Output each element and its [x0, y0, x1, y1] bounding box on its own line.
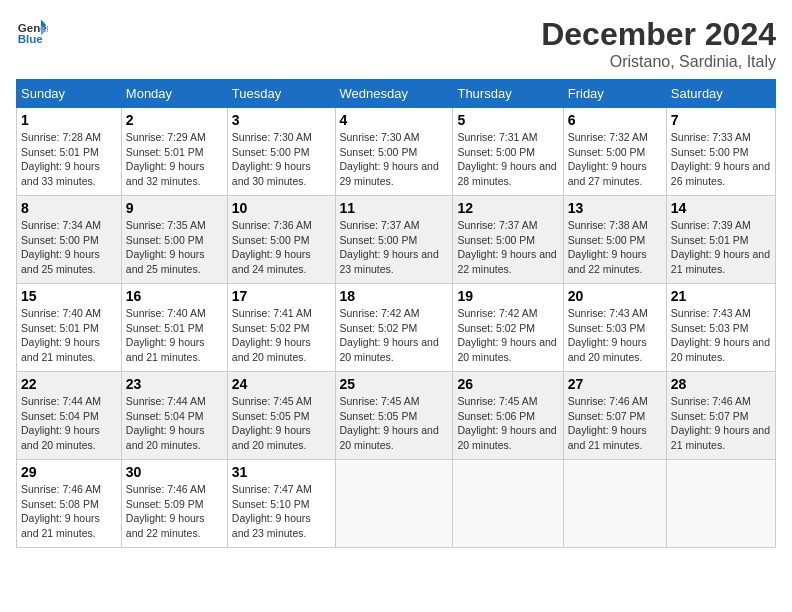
- day-number: 30: [126, 464, 223, 480]
- header-saturday: Saturday: [666, 80, 775, 108]
- table-row: 27 Sunrise: 7:46 AM Sunset: 5:07 PM Dayl…: [563, 372, 666, 460]
- main-title: December 2024: [541, 16, 776, 53]
- table-row: 19 Sunrise: 7:42 AM Sunset: 5:02 PM Dayl…: [453, 284, 563, 372]
- table-row: [335, 460, 453, 548]
- page-header: General Blue December 2024 Oristano, Sar…: [16, 16, 776, 71]
- day-info: Sunrise: 7:39 AM Sunset: 5:01 PM Dayligh…: [671, 218, 771, 277]
- day-info: Sunrise: 7:35 AM Sunset: 5:00 PM Dayligh…: [126, 218, 223, 277]
- day-number: 2: [126, 112, 223, 128]
- day-number: 18: [340, 288, 449, 304]
- table-row: 10 Sunrise: 7:36 AM Sunset: 5:00 PM Dayl…: [227, 196, 335, 284]
- table-row: 1 Sunrise: 7:28 AM Sunset: 5:01 PM Dayli…: [17, 108, 122, 196]
- day-info: Sunrise: 7:28 AM Sunset: 5:01 PM Dayligh…: [21, 130, 117, 189]
- subtitle: Oristano, Sardinia, Italy: [541, 53, 776, 71]
- day-info: Sunrise: 7:40 AM Sunset: 5:01 PM Dayligh…: [126, 306, 223, 365]
- table-row: 22 Sunrise: 7:44 AM Sunset: 5:04 PM Dayl…: [17, 372, 122, 460]
- header-sunday: Sunday: [17, 80, 122, 108]
- day-number: 15: [21, 288, 117, 304]
- day-info: Sunrise: 7:43 AM Sunset: 5:03 PM Dayligh…: [671, 306, 771, 365]
- day-info: Sunrise: 7:42 AM Sunset: 5:02 PM Dayligh…: [340, 306, 449, 365]
- day-info: Sunrise: 7:34 AM Sunset: 5:00 PM Dayligh…: [21, 218, 117, 277]
- table-row: 28 Sunrise: 7:46 AM Sunset: 5:07 PM Dayl…: [666, 372, 775, 460]
- day-number: 31: [232, 464, 331, 480]
- table-row: 26 Sunrise: 7:45 AM Sunset: 5:06 PM Dayl…: [453, 372, 563, 460]
- day-number: 8: [21, 200, 117, 216]
- table-row: 16 Sunrise: 7:40 AM Sunset: 5:01 PM Dayl…: [121, 284, 227, 372]
- day-number: 12: [457, 200, 558, 216]
- day-info: Sunrise: 7:37 AM Sunset: 5:00 PM Dayligh…: [340, 218, 449, 277]
- table-row: [563, 460, 666, 548]
- day-info: Sunrise: 7:32 AM Sunset: 5:00 PM Dayligh…: [568, 130, 662, 189]
- day-number: 3: [232, 112, 331, 128]
- day-number: 5: [457, 112, 558, 128]
- day-info: Sunrise: 7:38 AM Sunset: 5:00 PM Dayligh…: [568, 218, 662, 277]
- day-info: Sunrise: 7:41 AM Sunset: 5:02 PM Dayligh…: [232, 306, 331, 365]
- day-number: 16: [126, 288, 223, 304]
- day-info: Sunrise: 7:29 AM Sunset: 5:01 PM Dayligh…: [126, 130, 223, 189]
- day-info: Sunrise: 7:47 AM Sunset: 5:10 PM Dayligh…: [232, 482, 331, 541]
- day-number: 20: [568, 288, 662, 304]
- title-block: December 2024 Oristano, Sardinia, Italy: [541, 16, 776, 71]
- day-info: Sunrise: 7:45 AM Sunset: 5:05 PM Dayligh…: [340, 394, 449, 453]
- table-row: 6 Sunrise: 7:32 AM Sunset: 5:00 PM Dayli…: [563, 108, 666, 196]
- table-row: 15 Sunrise: 7:40 AM Sunset: 5:01 PM Dayl…: [17, 284, 122, 372]
- table-row: 12 Sunrise: 7:37 AM Sunset: 5:00 PM Dayl…: [453, 196, 563, 284]
- day-number: 28: [671, 376, 771, 392]
- table-row: 20 Sunrise: 7:43 AM Sunset: 5:03 PM Dayl…: [563, 284, 666, 372]
- day-number: 13: [568, 200, 662, 216]
- day-info: Sunrise: 7:44 AM Sunset: 5:04 PM Dayligh…: [21, 394, 117, 453]
- day-number: 24: [232, 376, 331, 392]
- day-info: Sunrise: 7:33 AM Sunset: 5:00 PM Dayligh…: [671, 130, 771, 189]
- table-row: 7 Sunrise: 7:33 AM Sunset: 5:00 PM Dayli…: [666, 108, 775, 196]
- day-number: 23: [126, 376, 223, 392]
- day-info: Sunrise: 7:36 AM Sunset: 5:00 PM Dayligh…: [232, 218, 331, 277]
- day-number: 19: [457, 288, 558, 304]
- calendar-table: Sunday Monday Tuesday Wednesday Thursday…: [16, 79, 776, 548]
- day-info: Sunrise: 7:46 AM Sunset: 5:07 PM Dayligh…: [671, 394, 771, 453]
- day-info: Sunrise: 7:45 AM Sunset: 5:05 PM Dayligh…: [232, 394, 331, 453]
- table-row: 13 Sunrise: 7:38 AM Sunset: 5:00 PM Dayl…: [563, 196, 666, 284]
- table-row: 2 Sunrise: 7:29 AM Sunset: 5:01 PM Dayli…: [121, 108, 227, 196]
- day-info: Sunrise: 7:46 AM Sunset: 5:09 PM Dayligh…: [126, 482, 223, 541]
- day-number: 26: [457, 376, 558, 392]
- day-info: Sunrise: 7:37 AM Sunset: 5:00 PM Dayligh…: [457, 218, 558, 277]
- table-row: 4 Sunrise: 7:30 AM Sunset: 5:00 PM Dayli…: [335, 108, 453, 196]
- table-row: 5 Sunrise: 7:31 AM Sunset: 5:00 PM Dayli…: [453, 108, 563, 196]
- day-number: 1: [21, 112, 117, 128]
- day-number: 6: [568, 112, 662, 128]
- table-row: 29 Sunrise: 7:46 AM Sunset: 5:08 PM Dayl…: [17, 460, 122, 548]
- calendar-header: Sunday Monday Tuesday Wednesday Thursday…: [17, 80, 776, 108]
- day-number: 11: [340, 200, 449, 216]
- table-row: [666, 460, 775, 548]
- table-row: 21 Sunrise: 7:43 AM Sunset: 5:03 PM Dayl…: [666, 284, 775, 372]
- day-info: Sunrise: 7:44 AM Sunset: 5:04 PM Dayligh…: [126, 394, 223, 453]
- header-tuesday: Tuesday: [227, 80, 335, 108]
- day-number: 7: [671, 112, 771, 128]
- day-info: Sunrise: 7:46 AM Sunset: 5:08 PM Dayligh…: [21, 482, 117, 541]
- table-row: 31 Sunrise: 7:47 AM Sunset: 5:10 PM Dayl…: [227, 460, 335, 548]
- table-row: 18 Sunrise: 7:42 AM Sunset: 5:02 PM Dayl…: [335, 284, 453, 372]
- day-number: 21: [671, 288, 771, 304]
- day-number: 4: [340, 112, 449, 128]
- calendar-body: 1 Sunrise: 7:28 AM Sunset: 5:01 PM Dayli…: [17, 108, 776, 548]
- day-number: 9: [126, 200, 223, 216]
- day-info: Sunrise: 7:31 AM Sunset: 5:00 PM Dayligh…: [457, 130, 558, 189]
- table-row: 30 Sunrise: 7:46 AM Sunset: 5:09 PM Dayl…: [121, 460, 227, 548]
- day-info: Sunrise: 7:46 AM Sunset: 5:07 PM Dayligh…: [568, 394, 662, 453]
- day-info: Sunrise: 7:42 AM Sunset: 5:02 PM Dayligh…: [457, 306, 558, 365]
- day-info: Sunrise: 7:45 AM Sunset: 5:06 PM Dayligh…: [457, 394, 558, 453]
- day-info: Sunrise: 7:43 AM Sunset: 5:03 PM Dayligh…: [568, 306, 662, 365]
- day-number: 25: [340, 376, 449, 392]
- day-info: Sunrise: 7:30 AM Sunset: 5:00 PM Dayligh…: [232, 130, 331, 189]
- day-number: 29: [21, 464, 117, 480]
- table-row: 24 Sunrise: 7:45 AM Sunset: 5:05 PM Dayl…: [227, 372, 335, 460]
- table-row: 25 Sunrise: 7:45 AM Sunset: 5:05 PM Dayl…: [335, 372, 453, 460]
- table-row: 23 Sunrise: 7:44 AM Sunset: 5:04 PM Dayl…: [121, 372, 227, 460]
- header-thursday: Thursday: [453, 80, 563, 108]
- day-info: Sunrise: 7:30 AM Sunset: 5:00 PM Dayligh…: [340, 130, 449, 189]
- day-number: 10: [232, 200, 331, 216]
- day-info: Sunrise: 7:40 AM Sunset: 5:01 PM Dayligh…: [21, 306, 117, 365]
- table-row: 11 Sunrise: 7:37 AM Sunset: 5:00 PM Dayl…: [335, 196, 453, 284]
- day-number: 14: [671, 200, 771, 216]
- day-number: 17: [232, 288, 331, 304]
